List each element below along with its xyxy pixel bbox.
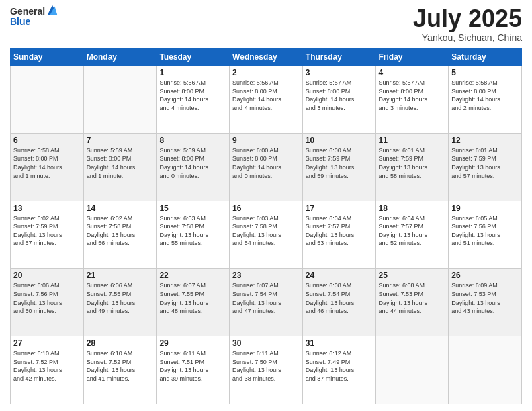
calendar-cell: 11Sunrise: 6:01 AM Sunset: 7:59 PM Dayli…: [375, 133, 449, 201]
day-info: Sunrise: 6:07 AM Sunset: 7:54 PM Dayligh…: [232, 281, 300, 315]
calendar-cell: 6Sunrise: 5:58 AM Sunset: 8:00 PM Daylig…: [11, 133, 84, 201]
calendar-header-row: SundayMondayTuesdayWednesdayThursdayFrid…: [11, 49, 522, 66]
calendar-cell: 25Sunrise: 6:08 AM Sunset: 7:53 PM Dayli…: [375, 269, 449, 336]
day-info: Sunrise: 5:59 AM Sunset: 8:00 PM Dayligh…: [159, 146, 226, 180]
day-number: 18: [379, 203, 446, 213]
day-number: 11: [379, 136, 446, 145]
day-info: Sunrise: 6:11 AM Sunset: 7:51 PM Dayligh…: [159, 349, 226, 383]
day-info: Sunrise: 6:04 AM Sunset: 7:57 PM Dayligh…: [379, 214, 446, 248]
day-number: 24: [306, 271, 373, 280]
title-block: July 2025 Yankou, Sichuan, China: [413, 7, 522, 43]
day-info: Sunrise: 5:57 AM Sunset: 8:00 PM Dayligh…: [306, 79, 373, 112]
day-number: 22: [159, 271, 226, 280]
day-number: 8: [159, 136, 226, 145]
calendar-cell: 10Sunrise: 6:00 AM Sunset: 7:59 PM Dayli…: [302, 133, 375, 201]
day-number: 5: [451, 68, 519, 77]
day-info: Sunrise: 6:03 AM Sunset: 7:58 PM Dayligh…: [232, 214, 300, 248]
calendar-cell: 1Sunrise: 5:56 AM Sunset: 8:00 PM Daylig…: [157, 66, 230, 134]
day-number: 26: [451, 271, 519, 280]
calendar-week-row: 6Sunrise: 5:58 AM Sunset: 8:00 PM Daylig…: [11, 133, 522, 201]
day-number: 25: [379, 271, 446, 280]
calendar-cell: 31Sunrise: 6:12 AM Sunset: 7:49 PM Dayli…: [302, 336, 375, 404]
day-info: Sunrise: 6:05 AM Sunset: 7:56 PM Dayligh…: [451, 214, 519, 248]
calendar-week-row: 1Sunrise: 5:56 AM Sunset: 8:00 PM Daylig…: [11, 66, 522, 134]
logo-text: General Blue: [10, 7, 45, 28]
logo-icon: [46, 4, 58, 16]
calendar-cell: [11, 66, 84, 134]
calendar-cell: 8Sunrise: 5:59 AM Sunset: 8:00 PM Daylig…: [157, 133, 230, 201]
calendar-cell: 23Sunrise: 6:07 AM Sunset: 7:54 PM Dayli…: [230, 269, 303, 336]
calendar-cell: [375, 336, 449, 404]
calendar-cell: 17Sunrise: 6:04 AM Sunset: 7:57 PM Dayli…: [302, 201, 375, 269]
day-info: Sunrise: 6:11 AM Sunset: 7:50 PM Dayligh…: [232, 349, 300, 383]
day-number: 3: [306, 68, 373, 77]
logo: General Blue: [10, 7, 58, 28]
calendar-cell: 9Sunrise: 6:00 AM Sunset: 8:00 PM Daylig…: [230, 133, 303, 201]
calendar-header-tuesday: Tuesday: [157, 49, 230, 66]
day-info: Sunrise: 5:57 AM Sunset: 8:00 PM Dayligh…: [379, 79, 446, 112]
day-number: 19: [451, 203, 519, 213]
calendar-cell: 16Sunrise: 6:03 AM Sunset: 7:58 PM Dayli…: [230, 201, 303, 269]
logo-general: General: [10, 7, 45, 17]
day-info: Sunrise: 6:08 AM Sunset: 7:53 PM Dayligh…: [379, 281, 446, 315]
calendar-cell: 27Sunrise: 6:10 AM Sunset: 7:52 PM Dayli…: [11, 336, 84, 404]
day-number: 17: [306, 203, 373, 213]
calendar-cell: 19Sunrise: 6:05 AM Sunset: 7:56 PM Dayli…: [449, 201, 522, 269]
day-info: Sunrise: 5:58 AM Sunset: 8:00 PM Dayligh…: [451, 79, 519, 112]
day-number: 10: [306, 136, 373, 145]
day-number: 14: [87, 203, 154, 213]
calendar-cell: 2Sunrise: 5:56 AM Sunset: 8:00 PM Daylig…: [230, 66, 303, 134]
day-number: 16: [232, 203, 300, 213]
day-info: Sunrise: 6:08 AM Sunset: 7:54 PM Dayligh…: [306, 281, 373, 315]
day-number: 12: [451, 136, 519, 145]
calendar-cell: 12Sunrise: 6:01 AM Sunset: 7:59 PM Dayli…: [449, 133, 522, 201]
calendar-title: July 2025: [413, 7, 522, 31]
day-number: 28: [87, 338, 154, 348]
calendar-table: SundayMondayTuesdayWednesdayThursdayFrid…: [10, 48, 522, 404]
day-info: Sunrise: 6:07 AM Sunset: 7:55 PM Dayligh…: [159, 281, 226, 315]
calendar-header-thursday: Thursday: [302, 49, 375, 66]
calendar-header-saturday: Saturday: [449, 49, 522, 66]
calendar-location: Yankou, Sichuan, China: [413, 32, 522, 43]
day-number: 7: [87, 136, 154, 145]
calendar-cell: 14Sunrise: 6:02 AM Sunset: 7:58 PM Dayli…: [83, 201, 157, 269]
calendar-header-monday: Monday: [83, 49, 157, 66]
calendar-cell: 4Sunrise: 5:57 AM Sunset: 8:00 PM Daylig…: [375, 66, 449, 134]
logo-blue: Blue: [10, 17, 45, 27]
calendar-cell: 29Sunrise: 6:11 AM Sunset: 7:51 PM Dayli…: [157, 336, 230, 404]
day-number: 1: [159, 68, 226, 77]
calendar-cell: 18Sunrise: 6:04 AM Sunset: 7:57 PM Dayli…: [375, 201, 449, 269]
day-number: 27: [13, 338, 81, 348]
day-number: 9: [232, 136, 300, 145]
day-info: Sunrise: 5:56 AM Sunset: 8:00 PM Dayligh…: [159, 79, 226, 112]
day-info: Sunrise: 6:00 AM Sunset: 7:59 PM Dayligh…: [306, 146, 373, 180]
calendar-cell: 26Sunrise: 6:09 AM Sunset: 7:53 PM Dayli…: [449, 269, 522, 336]
day-info: Sunrise: 6:02 AM Sunset: 7:59 PM Dayligh…: [13, 214, 81, 248]
calendar-cell: 21Sunrise: 6:06 AM Sunset: 7:55 PM Dayli…: [83, 269, 157, 336]
calendar-cell: [449, 336, 522, 404]
calendar-cell: 24Sunrise: 6:08 AM Sunset: 7:54 PM Dayli…: [302, 269, 375, 336]
calendar-cell: 28Sunrise: 6:10 AM Sunset: 7:52 PM Dayli…: [83, 336, 157, 404]
calendar-cell: 3Sunrise: 5:57 AM Sunset: 8:00 PM Daylig…: [302, 66, 375, 134]
day-number: 23: [232, 271, 300, 280]
calendar-week-row: 20Sunrise: 6:06 AM Sunset: 7:56 PM Dayli…: [11, 269, 522, 336]
day-info: Sunrise: 5:56 AM Sunset: 8:00 PM Dayligh…: [232, 79, 300, 112]
day-number: 20: [13, 271, 81, 280]
calendar-header-friday: Friday: [375, 49, 449, 66]
day-info: Sunrise: 6:01 AM Sunset: 7:59 PM Dayligh…: [451, 146, 519, 180]
calendar-cell: [83, 66, 157, 134]
calendar-cell: 13Sunrise: 6:02 AM Sunset: 7:59 PM Dayli…: [11, 201, 84, 269]
day-number: 30: [232, 338, 300, 348]
day-info: Sunrise: 6:06 AM Sunset: 7:55 PM Dayligh…: [87, 281, 154, 315]
day-number: 29: [159, 338, 226, 348]
calendar-week-row: 27Sunrise: 6:10 AM Sunset: 7:52 PM Dayli…: [11, 336, 522, 404]
day-info: Sunrise: 5:58 AM Sunset: 8:00 PM Dayligh…: [13, 146, 81, 180]
day-info: Sunrise: 6:04 AM Sunset: 7:57 PM Dayligh…: [306, 214, 373, 248]
day-info: Sunrise: 6:10 AM Sunset: 7:52 PM Dayligh…: [87, 349, 154, 383]
calendar-header-sunday: Sunday: [11, 49, 84, 66]
calendar-cell: 5Sunrise: 5:58 AM Sunset: 8:00 PM Daylig…: [449, 66, 522, 134]
day-info: Sunrise: 6:01 AM Sunset: 7:59 PM Dayligh…: [379, 146, 446, 180]
header: General Blue July 2025 Yankou, Sichuan, …: [10, 7, 522, 43]
day-info: Sunrise: 6:12 AM Sunset: 7:49 PM Dayligh…: [306, 349, 373, 383]
day-number: 2: [232, 68, 300, 77]
